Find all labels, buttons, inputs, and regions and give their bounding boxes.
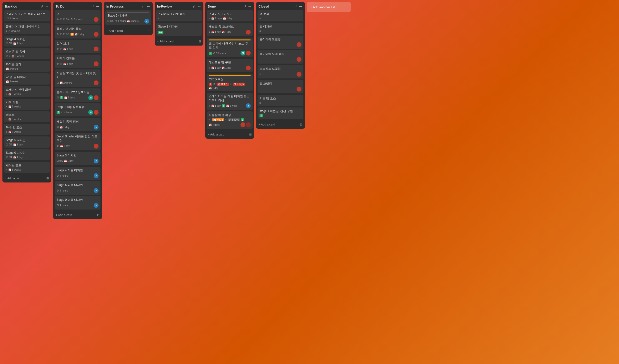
card[interactable]: 플레이어 재질 셰이더 작성≡⏱ 3 weeks (4, 23, 50, 34)
meta-item-lines: ≡ (259, 17, 261, 20)
add-list-button[interactable]: + Add another list (307, 2, 351, 12)
archive-icon[interactable]: ⊡ (249, 133, 252, 136)
archive-icon[interactable]: ⊡ (46, 177, 49, 180)
meta-item-eye: 👁 (56, 63, 59, 65)
card[interactable]: 카메라 컨트롤👁☑📅 1 day (55, 54, 100, 68)
meta-badge: 2 (259, 114, 263, 117)
card[interactable]: 기본 맵 요소≡ (258, 95, 303, 106)
list-expand-icon[interactable]: ⇄ (294, 4, 297, 9)
card[interactable]: 파티클 효과📅 3 weeks (4, 61, 50, 72)
list-inreview: In-Review⇄•••스테이지 1 에셋 배치≡Stage 1 디자인4/4… (155, 2, 203, 46)
archive-icon[interactable]: ⊡ (198, 40, 201, 43)
list-menu-icon[interactable]: ••• (298, 4, 302, 8)
meta-item-check: ☑ (6, 55, 8, 57)
meta-item-cal: 📅 1 day (211, 105, 221, 107)
card[interactable]: 스테이지 1 에셋 배치≡ (156, 10, 202, 21)
meta-item-check: ☑ (56, 81, 59, 84)
list-header: To Do⇄••• (53, 2, 102, 10)
card[interactable]: Stage 2 디자인☑ 0/5⏱ 4 hours📅 4 hoursJ (105, 10, 151, 25)
list-expand-icon[interactable]: ⇄ (243, 4, 247, 9)
card[interactable]: Stage 0 디자인☑ 0/4📅 1 day (4, 149, 50, 160)
archive-icon[interactable]: ⊡ (300, 123, 302, 126)
card-title: Stage 0 디자인 (6, 151, 48, 155)
list-title: In Progress (106, 5, 124, 8)
card[interactable]: 플레이어 - Prop 상호작용☑5📅 6 days연 (55, 88, 100, 102)
card-meta (259, 57, 301, 62)
card[interactable]: Stage 4 디자인☑ 0/4📅 1 day (4, 36, 50, 47)
card[interactable]: 맵 디자인≡ (258, 23, 303, 34)
card-title: Decal Shader 이용한 전선 아트 구현 (56, 135, 98, 143)
list-menu-icon[interactable]: ••• (45, 4, 49, 8)
card[interactable]: 맵 로직≡ (258, 10, 303, 21)
card[interactable]: 입력 체계👁☑📅 1 day (55, 40, 100, 53)
card[interactable]: 테스트용 맵 구현≡📅 1 day📅 1 day (207, 59, 253, 72)
list-expand-icon[interactable]: ⇄ (40, 4, 44, 9)
card[interactable]: 스테이지 선택 화면≡📅 3 weeks (4, 86, 50, 97)
card[interactable]: Stage 1 디자인4/4 (156, 23, 202, 36)
add-card-button[interactable]: + Add a card⊡ (258, 122, 303, 127)
card[interactable]: stage 1 마법진, 전선 구현2 (258, 108, 303, 119)
card[interactable]: 스테이지 1 용 레벨 디자인 요소 기획서 작성≡📅 1 day3📅 1 we… (207, 93, 253, 110)
card[interactable]: 맵 모델링 (258, 80, 303, 93)
card[interactable]: 스테이지 1 기본 플레이 테스트⏱ 4 hours (4, 10, 50, 21)
add-card-button[interactable]: + Add a card⊡ (156, 39, 201, 44)
card-title: 맵 모델링 (259, 82, 301, 86)
card-title: 세이브/로드 (6, 163, 48, 168)
list-menu-icon[interactable]: ••• (146, 4, 150, 8)
card[interactable]: 스테이지 1 디자인≡📅 4 days📅 1 day (207, 10, 253, 21)
meta-item-cal: 📅 3 weeks (8, 118, 21, 121)
card[interactable]: 사용할 효과음 및 음악 에셋 찾기☑📅 2 weeks (55, 69, 100, 87)
card-title: 플레이어 - Prop 상호작용 (56, 90, 98, 94)
card[interactable]: Prop - Prop 상호작용3⏱ 4 hours연 (55, 103, 100, 117)
archive-icon[interactable]: ⊡ (148, 29, 150, 33)
card-title: 플레이어 모델링 (259, 37, 301, 41)
card[interactable]: Stage 0 퍼즐 디자인⏱ 4 hoursJ (55, 196, 100, 210)
card[interactable]: UI👁☑☑ 0/4⏱ 2 hours (55, 10, 100, 24)
list-menu-icon[interactable]: ••• (96, 4, 99, 8)
card[interactable]: 플레이어 기본 물리👁☑☑ 0/58📅 1 day (55, 25, 100, 39)
card[interactable]: Stage 5 디자인☑ 0/4📅 1 day (4, 136, 50, 148)
card[interactable]: 재질의 동작 정의☑📅 1 dayJ (55, 118, 100, 131)
add-card-button[interactable]: + Add a card⊡ (106, 28, 151, 34)
card[interactable]: CI/CD 구현1👁📅 Oct 25≡⏱ 9 days📅 1 day (207, 74, 253, 91)
list-expand-icon[interactable]: ⇄ (141, 4, 145, 9)
card[interactable]: Stage 4 퍼즐 디자인⏱ 4 hoursJ (55, 167, 100, 180)
list-todo: To Do⇄•••UI👁☑☑ 0/4⏱ 2 hours플레이어 기본 물리👁☑☑… (53, 2, 102, 219)
card[interactable]: 플레이어 모델링 (258, 36, 303, 49)
list-expand-icon[interactable]: ⇄ (91, 4, 95, 9)
card[interactable]: 효과음 및 음악☑≡📅 3 weeks (4, 48, 50, 59)
meta-item-lines: ≡ (259, 30, 261, 32)
card[interactable]: Stage 5 퍼즐 디자인⏱ 4 hoursJ (55, 181, 100, 195)
card[interactable]: 세이브/로드≡📅 3 weeks (4, 162, 50, 173)
list-menu-icon[interactable]: ••• (248, 4, 252, 8)
add-card-button[interactable]: + Add a card⊡ (55, 213, 100, 218)
avatar (296, 57, 301, 62)
card-title: Stage 5 디자인 (6, 138, 48, 142)
add-card-button[interactable]: + Add a card⊡ (4, 176, 49, 181)
meta-badge: 3 (222, 104, 225, 108)
card[interactable]: 테스트 용 오브제트≡📅 1 day📅 1 day (207, 23, 253, 36)
add-card-button[interactable]: + Add a card⊡ (207, 132, 252, 137)
card-meta: ≡📅 3 weeks (6, 93, 48, 95)
archive-icon[interactable]: ⊡ (97, 214, 99, 217)
card-meta: 2⏱ 13 hours연 (209, 51, 251, 55)
card[interactable]: 특수 맵 요소≡📅 3 weeks (4, 124, 50, 135)
card[interactable]: Stage 3 디자인☑ 0/5📅 1 dayJ (55, 152, 100, 165)
meta-item-lines: ≡ (209, 17, 210, 20)
list-menu-icon[interactable]: ••• (197, 4, 201, 8)
card-title: Stage 2 디자인 (107, 14, 149, 18)
card[interactable]: 유니티에 모델 배치 (258, 50, 303, 64)
card[interactable]: 테스트≡📅 3 weeks (4, 111, 50, 122)
card-meta (259, 87, 301, 92)
card[interactable]: Decal Shader 이용한 전선 아트 구현👁📅 1 day (55, 133, 100, 150)
card[interactable]: 맵 로직에 대한 추상적 코드 구조 정의2⏱ 13 hours연 (207, 38, 253, 57)
card[interactable]: 시작 화면≡📅 3 weeks (4, 99, 50, 110)
card[interactable]: 오브젝트 모델링≡ (258, 65, 303, 79)
list-expand-icon[interactable]: ⇄ (192, 4, 196, 9)
card[interactable]: 사용할 에셋 확정👁📅 Nov 1≡⏱ 3 days2📅 4 days (207, 111, 253, 129)
list-done: Done⇄•••스테이지 1 디자인≡📅 4 days📅 1 day테스트 용 … (205, 2, 254, 139)
card-meta: 3⏱ 4 hours연 (56, 110, 98, 115)
card[interactable]: 각 맵 당 디렉터📅 3 weeks (4, 73, 50, 84)
meta-badge: 2 (209, 52, 212, 55)
card-title: 각 맵 당 디렉터 (6, 75, 48, 79)
